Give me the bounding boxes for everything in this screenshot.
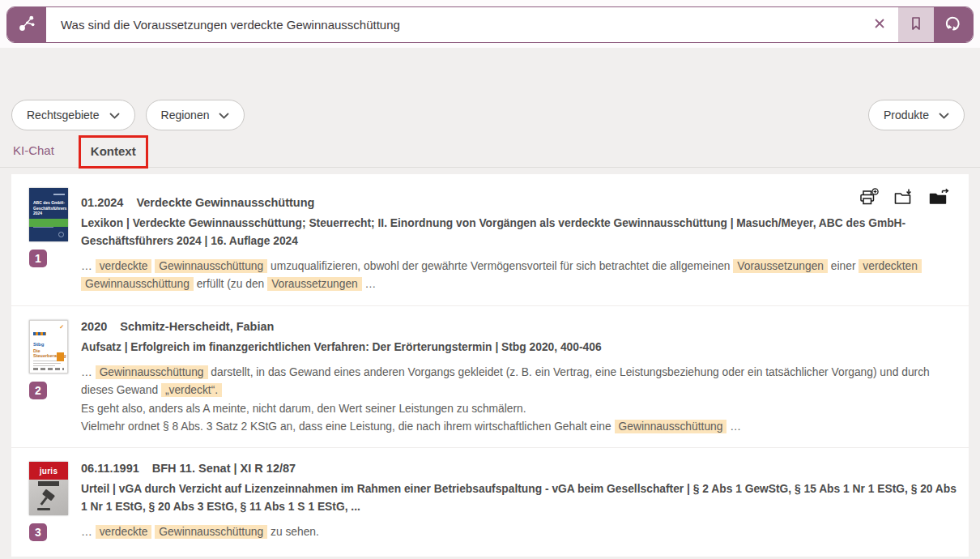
snippet-line: … verdeckte Gewinnausschüttung zu sehen. [81, 523, 957, 541]
result-title-link[interactable]: Verdeckte Gewinnausschüttung [136, 196, 314, 209]
result-number-badge: 2 [29, 382, 47, 399]
result-body: 06.11.1991 BFH 11. Senat | XI R 12/87 Ur… [81, 462, 957, 557]
filter-regionen[interactable]: Regionen [146, 100, 245, 130]
result-header: 06.11.1991 BFH 11. Senat | XI R 12/87 [81, 462, 957, 475]
search-input[interactable] [46, 7, 861, 42]
tab-kontext[interactable]: Kontext [91, 144, 136, 158]
highlighted-term: verdeckte [96, 525, 152, 539]
document-thumbnail[interactable]: ✓StbgDie Steuerberatung [29, 320, 68, 373]
result-header: 01.2024 Verdeckte Gewinnausschüttung [81, 188, 957, 209]
result-date: 06.11.1991 [81, 462, 139, 475]
tab-bar: KI-Chat Kontext [0, 130, 980, 168]
chevron-down-icon [939, 109, 949, 122]
result-snippet: … verdeckte Gewinnausschüttung zu sehen.… [81, 523, 957, 557]
snippet-line: … verdeckte Gewinnausschüttung umzuquali… [81, 258, 957, 294]
document-thumbnail[interactable]: juris [29, 462, 68, 515]
search-bar [6, 6, 974, 43]
result-subtitle: Urteil | vGA durch Verzicht auf Lizenzei… [81, 480, 957, 516]
result-header: 2020 Schmitz-Herscheidt, Fabian [81, 320, 957, 333]
result-date: 2020 [81, 320, 107, 333]
filter-label: Produkte [884, 109, 929, 122]
result-left-column: juris 3 [18, 462, 81, 557]
result-snippet: … Gewinnausschüttung darstellt, in das G… [81, 364, 957, 436]
results-list: ABC des GmbH-Geschäftsführers 2024 1 01.… [11, 174, 969, 557]
thumbnail-brand: juris [40, 467, 58, 476]
highlighted-term: Voraussetzungen [733, 259, 828, 273]
clear-search-button[interactable] [861, 7, 898, 42]
network-graph-icon [16, 14, 37, 36]
result-item: ABC des GmbH-Geschäftsführers 2024 1 01.… [11, 174, 969, 305]
result-number-badge: 1 [29, 250, 47, 267]
annotation-highlight: Kontext [79, 135, 148, 169]
chevron-down-icon [109, 109, 120, 122]
highlighted-term: „verdeckt“. [161, 383, 222, 397]
thumbnail-cover-title: ABC des GmbH-Geschäftsführers 2024 [33, 200, 65, 216]
result-title-link[interactable]: BFH 11. Senat | XI R 12/87 [152, 462, 296, 475]
folder-export-icon[interactable] [928, 188, 949, 207]
highlighted-term: Gewinnausschüttung [615, 420, 727, 433]
chat-refresh-icon [944, 15, 963, 36]
bookmark-icon [909, 15, 923, 35]
app-menu-button[interactable] [7, 7, 46, 42]
bookmark-search-button[interactable] [898, 7, 934, 42]
result-left-column: ABC des GmbH-Geschäftsführers 2024 1 [18, 188, 81, 294]
result-body: 01.2024 Verdeckte Gewinnausschüttung Lex… [81, 188, 957, 294]
result-item: ✓StbgDie Steuerberatung 2 2020 Schmitz-H… [11, 305, 969, 447]
filter-label: Rechtsgebiete [27, 109, 100, 122]
thumbnail-brand: Stbg [33, 342, 64, 347]
snippet-line: … Gewinnausschüttung darstellt, in das G… [81, 364, 957, 400]
document-thumbnail[interactable]: ABC des GmbH-Geschäftsführers 2024 [29, 188, 68, 241]
filter-row: Rechtsgebiete Regionen Produkte [0, 100, 980, 130]
result-title-link[interactable]: Schmitz-Herscheidt, Fabian [120, 320, 274, 333]
snippet-line: Es geht also, anders als A meinte, nicht… [81, 400, 957, 418]
result-subtitle: Aufsatz | Erfolgreich im finanzgerichtli… [81, 339, 957, 356]
highlighted-term: Gewinnausschüttung [155, 259, 267, 273]
result-left-column: ✓StbgDie Steuerberatung 2 [18, 320, 81, 436]
result-snippet: … verdeckte Gewinnausschüttung umzuquali… [81, 258, 957, 294]
filter-label: Regionen [161, 109, 210, 122]
highlighted-term: Gewinnausschüttung [81, 277, 194, 291]
filter-rechtsgebiete[interactable]: Rechtsgebiete [11, 100, 135, 130]
result-subtitle: Lexikon | Verdeckte Gewinnausschüttung; … [81, 215, 957, 250]
chat-refresh-button[interactable] [934, 7, 973, 42]
gavel-icon [36, 488, 62, 512]
result-number-badge: 3 [29, 523, 47, 541]
top-bar [0, 0, 980, 48]
result-date: 01.2024 [81, 196, 123, 209]
chevron-down-icon [219, 109, 229, 122]
result-actions [859, 188, 957, 207]
close-icon [873, 17, 886, 33]
folder-download-icon[interactable] [893, 188, 914, 207]
tab-ki-chat[interactable]: KI-Chat [13, 143, 54, 167]
highlighted-term: verdeckten [859, 259, 922, 273]
highlighted-term: Gewinnausschüttung [155, 525, 267, 539]
filter-produkte[interactable]: Produkte [868, 100, 965, 130]
snippet-line: Vielmehr ordnet § 8 Abs. 3 Satz 2 KStG a… [81, 418, 957, 436]
highlighted-term: Voraussetzungen [267, 277, 362, 291]
printer-add-icon[interactable] [859, 188, 879, 207]
result-item: juris 3 06.11.1991 BFH 11. Senat | XI R … [11, 447, 969, 557]
highlighted-term: Gewinnausschüttung [96, 365, 208, 379]
highlighted-term: verdeckte [96, 259, 152, 273]
result-body: 2020 Schmitz-Herscheidt, Fabian Aufsatz … [81, 320, 957, 436]
